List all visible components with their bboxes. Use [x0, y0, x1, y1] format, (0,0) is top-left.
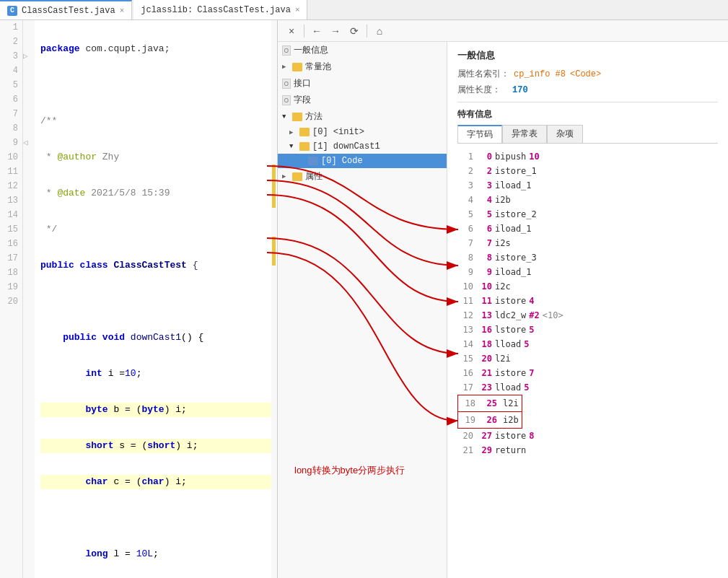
line-num-5: 5: [0, 78, 18, 92]
bytecode-row-10: 10 10 i2c: [457, 279, 718, 294]
bytecode-tab-exception[interactable]: 异常表: [502, 125, 547, 143]
section-title: 一般信息: [457, 49, 718, 62]
bytecode-row-20: 20 27 istore 8: [457, 429, 718, 443]
file-icon-general: ▢: [282, 45, 291, 56]
bytecode-row-14: 14 18 lload 5: [457, 337, 718, 351]
tree-item-methods[interactable]: ▼ 方法: [278, 108, 447, 125]
java-file-icon: C: [7, 6, 17, 16]
line-num-19: 19: [0, 280, 18, 294]
close-button[interactable]: ×: [284, 23, 299, 39]
attr-name-label: 属性名索引：: [457, 68, 509, 80]
tree-item-downcast1[interactable]: ▼ [1] downCast1: [278, 139, 447, 154]
arrow-constant-pool: ▶: [282, 63, 289, 71]
attr-len-value: 170: [512, 85, 528, 95]
code-line-15: long l = 10L;: [40, 547, 271, 561]
tree-label-constant-pool: 常量池: [305, 61, 331, 73]
line-num-10: 10: [0, 150, 18, 165]
code-area[interactable]: package com.cqupt.java; /** * @author Zh…: [35, 20, 271, 578]
tab-classcasttest-java[interactable]: C ClassCastTest.java ×: [0, 0, 132, 19]
tree-item-constant-pool[interactable]: ▶ 常量池: [278, 58, 447, 75]
arrow-downcast1: ▼: [289, 143, 297, 150]
tree-item-attributes[interactable]: ▶ 属性: [278, 168, 447, 185]
bytecode-tab-misc[interactable]: 杂项: [547, 125, 583, 143]
line-num-3: 3: [0, 49, 18, 64]
bytecode-row-19: 19 26 i2b: [457, 412, 522, 429]
bytecode-row-8: 8 8 istore_3: [457, 250, 718, 265]
code-line-12: short s = (short) i;: [40, 439, 271, 453]
attr-name-value[interactable]: cp_info #8: [514, 69, 566, 79]
file-icon-interface: ▢: [282, 79, 291, 89]
tree-item-init[interactable]: ▶ [0] <init>: [278, 125, 447, 139]
code-line-5: * @date 2021/5/8 15:39: [40, 186, 271, 201]
bytecode-row-4: 4 4 i2b: [457, 193, 718, 207]
line-num-2: 2: [0, 35, 18, 49]
bytecode-tabs: 字节码 异常表 杂项: [457, 125, 718, 144]
back-button[interactable]: ←: [309, 23, 325, 39]
refresh-button[interactable]: ⟳: [346, 23, 362, 39]
home-button[interactable]: ⌂: [372, 23, 387, 39]
jclasslib-panel: × ← → ⟳ ⌂ ▢ 一般信息 ▶ 常量池: [278, 20, 728, 578]
tree-item-fields[interactable]: ▢ 字段: [278, 92, 447, 108]
tree-panel: ▢ 一般信息 ▶ 常量池 ▢ 接口 ▢ 字段: [278, 42, 447, 578]
tree-label-code: [0] Code: [321, 156, 363, 166]
tree-label-general: 一般信息: [294, 44, 328, 56]
line-num-17: 17: [0, 251, 18, 266]
code-line-1: package com.cqupt.java;: [40, 42, 271, 56]
toolbar-separator-1: [304, 25, 304, 38]
code-line-13: char c = (char) i;: [40, 475, 271, 489]
tab-right-prefix: jclasslib:: [141, 5, 193, 15]
arrow-init: ▶: [289, 128, 297, 136]
line-num-11: 11: [0, 165, 18, 179]
line-num-16: 16: [0, 237, 18, 251]
bytecode-row-9: 9 9 iload_1: [457, 265, 718, 279]
attr-name-suffix: <Code>: [570, 69, 601, 79]
code-line-14: [40, 511, 271, 525]
code-line-10: int i =10;: [40, 367, 271, 381]
bytecode-row-6: 6 6 iload_1: [457, 222, 718, 236]
file-icon-fields: ▢: [282, 95, 291, 105]
folder-icon-constant-pool: [292, 63, 302, 71]
editor-right-gutter: [271, 20, 277, 578]
bytecode-row-21: 21 29 return: [457, 443, 718, 457]
bytecode-row-16: 16 21 istore 7: [457, 366, 718, 380]
line-num-1: 1: [0, 20, 18, 35]
tab-jclasslib[interactable]: jclasslib: ClassCastTest.java ×: [133, 0, 307, 19]
bytecode-row-18: 18 25 l2i: [457, 395, 522, 412]
main-layout: 1 2 3 4 5 6 7 8 9 10 11 12 13 14 15 16 1…: [0, 20, 728, 578]
bytecode-table: 1 0 bipush 10 2 2 istore_1 3 3 iload_1: [457, 149, 718, 457]
tree-item-code[interactable]: [0] Code: [278, 154, 447, 168]
info-row-attr-len: 属性长度： 170: [457, 84, 718, 96]
line-num-13: 13: [0, 193, 18, 208]
code-line-8: [40, 294, 271, 309]
tree-label-downcast1: [1] downCast1: [312, 141, 380, 152]
bytecode-row-12: 12 13 ldc2_w #2 <10>: [457, 308, 718, 323]
tree-item-general[interactable]: ▢ 一般信息: [278, 42, 447, 58]
bytecode-row-13: 13 16 lstore 5: [457, 323, 718, 337]
arrow-methods: ▼: [282, 113, 289, 121]
code-line-9: public void downCast1() {: [40, 330, 271, 345]
special-title: 特有信息: [457, 108, 718, 121]
jclasslib-body: ▢ 一般信息 ▶ 常量池 ▢ 接口 ▢ 字段: [278, 42, 728, 578]
line-num-6: 6: [0, 92, 18, 107]
line-num-18: 18: [0, 266, 18, 280]
code-line-2: [40, 78, 271, 92]
tree-label-fields: 字段: [294, 94, 311, 106]
bytecode-row-2: 2 2 istore_1: [457, 164, 718, 178]
tab-left-close[interactable]: ×: [120, 6, 125, 15]
folder-icon-downcast1: [299, 142, 310, 151]
info-row-attr-name: 属性名索引： cp_info #8 <Code>: [457, 68, 718, 80]
forward-button[interactable]: →: [328, 23, 343, 39]
code-line-11: byte b = (byte) i;: [40, 403, 271, 417]
arrow-attributes: ▶: [282, 172, 289, 180]
main-tab-bar: C ClassCastTest.java × jclasslib: ClassC…: [0, 0, 728, 20]
tree-item-interface[interactable]: ▢ 接口: [278, 75, 447, 92]
bytecode-row-17: 17 23 lload 5: [457, 380, 718, 395]
bytecode-tab-bytecode[interactable]: 字节码: [457, 125, 502, 143]
line-num-15: 15: [0, 222, 18, 237]
section-divider: [457, 102, 718, 102]
tab-left-label: ClassCastTest.java: [22, 6, 115, 16]
folder-icon-methods: [292, 113, 302, 121]
bytecode-row-11: 11 11 istore 4: [457, 294, 718, 308]
tab-right-close[interactable]: ×: [295, 6, 300, 14]
editor-panel: 1 2 3 4 5 6 7 8 9 10 11 12 13 14 15 16 1…: [0, 20, 278, 578]
